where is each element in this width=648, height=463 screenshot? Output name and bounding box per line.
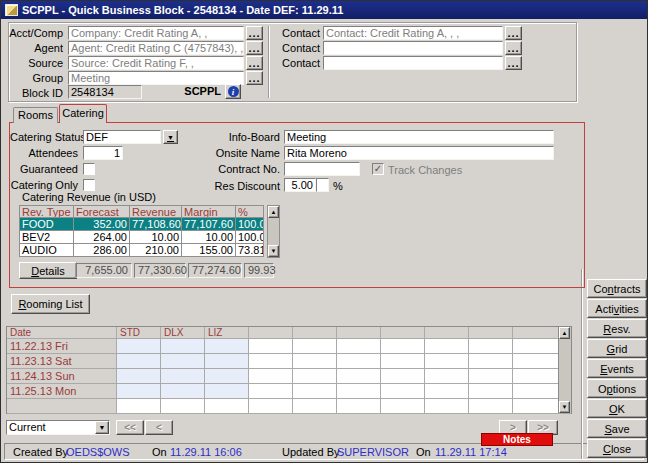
grid-cell[interactable] — [205, 399, 249, 414]
grid-cell[interactable] — [249, 384, 293, 399]
scroll-up-icon[interactable]: ▲ — [268, 206, 279, 218]
scroll-up-icon[interactable]: ▲ — [559, 327, 570, 339]
tab-rooms[interactable]: Rooms — [13, 107, 58, 123]
grid-cell[interactable] — [425, 384, 469, 399]
grid-cell[interactable] — [425, 369, 469, 384]
grid-cell[interactable] — [161, 369, 205, 384]
source-field[interactable]: Source: Credit Rating F, , — [68, 56, 244, 70]
revenue-row-audio[interactable]: AUDIO 286.00 210.00 155.00 73.81 — [19, 244, 280, 257]
agent-field[interactable]: Agent: Credit Rating C (4757843), , — [68, 41, 244, 55]
grid-cell[interactable] — [117, 354, 161, 369]
close-button[interactable]: Close — [587, 439, 647, 458]
grid-cell[interactable] — [469, 339, 513, 354]
acct-comp-lookup-button[interactable]: ... — [246, 26, 263, 40]
grid-cell[interactable] — [381, 369, 425, 384]
revenue-row-food[interactable]: FOOD 352.00 77,108.60 77,107.60 100.00 — [19, 218, 280, 231]
grid-scrollbar[interactable]: ▲ ▼ — [558, 327, 571, 413]
onsite-name-field[interactable]: Rita Moreno — [284, 146, 554, 160]
grid-cell[interactable] — [293, 369, 337, 384]
catering-only-checkbox[interactable] — [83, 179, 95, 191]
grid-cell[interactable] — [293, 354, 337, 369]
nav-prev-button[interactable]: < — [145, 420, 173, 435]
save-button[interactable]: Save — [587, 419, 647, 438]
catering-status-field[interactable]: DEF — [83, 130, 161, 144]
revenue-scrollbar[interactable]: ▲ ▼ — [267, 205, 280, 258]
contact1-lookup-button[interactable]: ... — [505, 26, 522, 40]
grid-cell[interactable] — [469, 354, 513, 369]
rooming-list-button[interactable]: Rooming List — [11, 294, 90, 314]
grid-cell[interactable] — [381, 339, 425, 354]
grid-cell[interactable] — [249, 339, 293, 354]
grid-cell[interactable] — [205, 354, 249, 369]
contact1-field[interactable]: Contact: Credit Rating A, , , — [323, 26, 503, 40]
block-id-label: Block ID — [9, 87, 63, 100]
options-button[interactable]: Options — [587, 379, 647, 398]
grid-cell[interactable] — [425, 339, 469, 354]
tab-catering[interactable]: Catering — [59, 104, 107, 123]
res-discount-spin[interactable] — [316, 178, 329, 192]
agent-lookup-button[interactable]: ... — [246, 41, 263, 55]
grid-cell[interactable] — [117, 384, 161, 399]
grid-cell[interactable] — [205, 339, 249, 354]
grid-cell[interactable] — [117, 399, 161, 414]
grid-cell[interactable] — [205, 369, 249, 384]
group-field[interactable]: Meeting — [68, 71, 244, 85]
grid-cell[interactable] — [337, 399, 381, 414]
grid-cell[interactable] — [293, 339, 337, 354]
grid-cell[interactable] — [205, 384, 249, 399]
contract-no-field[interactable] — [284, 162, 360, 176]
contracts-button[interactable]: Contracts — [587, 279, 647, 298]
grid-cell[interactable] — [117, 339, 161, 354]
revenue-row-bev2[interactable]: BEV2 264.00 10.00 10.00 100.00 — [19, 231, 280, 244]
grid-cell[interactable] — [469, 399, 513, 414]
ok-button[interactable]: OK — [587, 399, 647, 418]
grid-row: 11.22.13 Fri — [7, 339, 571, 354]
grid-cell[interactable] — [117, 369, 161, 384]
scroll-down-icon[interactable]: ▼ — [559, 401, 570, 413]
grid-cell[interactable] — [161, 399, 205, 414]
acct-comp-field[interactable]: Company: Credit Rating A, , — [68, 26, 244, 40]
grid-cell[interactable] — [249, 399, 293, 414]
activities-button[interactable]: Activities — [587, 299, 647, 318]
grid-cell[interactable] — [337, 339, 381, 354]
grid-cell[interactable] — [469, 384, 513, 399]
grid-cell[interactable] — [249, 354, 293, 369]
source-lookup-button[interactable]: ... — [246, 56, 263, 70]
info-board-field[interactable]: Meeting — [284, 130, 554, 144]
contact3-field[interactable] — [323, 56, 503, 70]
grid-button[interactable]: Grid — [587, 339, 647, 358]
grid-cell[interactable] — [337, 354, 381, 369]
grid-cell[interactable] — [425, 354, 469, 369]
grid-cell[interactable] — [293, 399, 337, 414]
grid-cell[interactable] — [381, 399, 425, 414]
grid-cell[interactable] — [161, 354, 205, 369]
created-by-value: OEDS$OWS — [66, 446, 130, 458]
grid-cell[interactable] — [293, 384, 337, 399]
grid-cell[interactable] — [425, 399, 469, 414]
grid-cell[interactable] — [161, 384, 205, 399]
catering-status-dropdown-button[interactable]: ▼ — [163, 130, 178, 144]
contact3-lookup-button[interactable]: ... — [505, 56, 522, 70]
track-changes-label: Track Changes — [388, 164, 468, 177]
contact2-lookup-button[interactable]: ... — [505, 41, 522, 55]
nav-first-button[interactable]: << — [116, 420, 144, 435]
group-lookup-button[interactable]: ... — [246, 71, 263, 85]
res-discount-field[interactable]: 5.00 — [284, 178, 316, 192]
scroll-down-icon[interactable]: ▼ — [268, 245, 279, 257]
grid-cell[interactable] — [469, 369, 513, 384]
guaranteed-checkbox[interactable] — [83, 163, 95, 175]
property-info-button[interactable]: i — [225, 84, 241, 99]
grid-cell[interactable] — [249, 369, 293, 384]
events-button[interactable]: Events — [587, 359, 647, 378]
grid-cell[interactable] — [337, 384, 381, 399]
contact2-field[interactable] — [323, 41, 503, 55]
resv-button[interactable]: Resv. — [587, 319, 647, 338]
notes-indicator[interactable]: Notes — [481, 433, 553, 446]
attendees-field[interactable]: 1 — [83, 146, 123, 160]
grid-cell[interactable] — [381, 354, 425, 369]
view-select-arrow-icon[interactable]: ▼ — [95, 421, 109, 434]
grid-cell[interactable] — [381, 384, 425, 399]
grid-cell[interactable] — [161, 339, 205, 354]
grid-cell[interactable] — [337, 369, 381, 384]
details-button[interactable]: Details — [19, 262, 77, 279]
